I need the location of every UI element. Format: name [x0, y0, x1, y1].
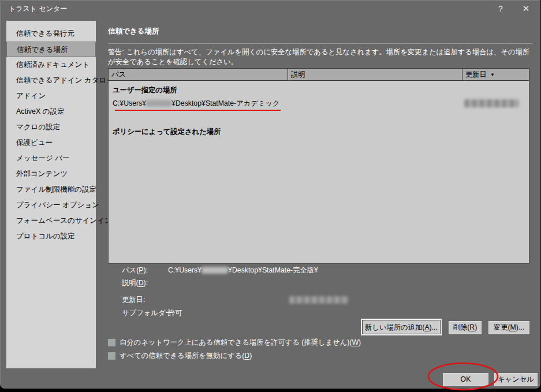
table-header-row: パス 説明 更新日▼ — [108, 68, 529, 81]
column-header-date-modified[interactable]: 更新日▼ — [462, 69, 528, 80]
detail-subfolder-value: 許可 — [168, 308, 182, 318]
remove-button[interactable]: 削除(R) — [449, 321, 482, 334]
detail-description-label: 説明(D): — [122, 279, 148, 287]
sidebar-item-protocol-settings[interactable]: プロトコルの設定 — [6, 229, 96, 244]
path-suffix: ¥Desktop¥StatMate-アカデミック — [171, 99, 280, 107]
title-bar: トラスト センター ? ✕ — [1, 1, 540, 17]
allow-network-locations-checkbox-row: 自分のネットワーク上にある信頼できる場所を許可する (推奨しません)(W) — [108, 338, 361, 348]
checkbox-icon[interactable] — [108, 339, 115, 346]
heading-separator — [108, 43, 532, 44]
sort-desc-icon: ▼ — [490, 72, 495, 77]
sidebar-item-protected-view[interactable]: 保護ビュー — [6, 135, 96, 151]
sidebar-item-message-bar[interactable]: メッセージ バー — [6, 151, 96, 166]
sidebar-item-privacy-options[interactable]: プライバシー オプション — [6, 197, 96, 213]
sidebar-item-trusted-publishers[interactable]: 信頼できる発行元 — [6, 26, 96, 42]
modify-button[interactable]: 変更(M)... — [488, 321, 529, 334]
detail-path-row: パス(P): C:¥Users¥¥Desktop¥StatMate-完全版¥ — [122, 266, 445, 275]
redacted-username-blur — [202, 267, 228, 274]
sidebar-item-form-based-signin[interactable]: フォームベースのサインイン — [6, 213, 96, 229]
sidebar-item-trusted-documents[interactable]: 信頼済みドキュメント — [6, 57, 96, 73]
sidebar-item-addins[interactable]: アドイン — [6, 88, 96, 104]
table-row-statmate-academic[interactable]: C:¥Users¥¥Desktop¥StatMate-アカデミック — [113, 99, 280, 109]
detail-modified-row: 更新日: — [122, 295, 445, 305]
column-header-path[interactable]: パス — [109, 69, 288, 80]
disable-all-locations-label: すべての信頼できる場所を無効にする(D) — [120, 351, 252, 361]
checkbox-icon[interactable] — [108, 352, 115, 360]
detail-subfolder-row: サブフォルダー: 許可 — [122, 308, 445, 318]
redacted-date-blur — [289, 296, 349, 304]
redacted-username-blur — [146, 100, 171, 107]
group-header-policy-locations: ポリシーによって設定された場所 — [113, 127, 221, 137]
cancel-button[interactable]: キャンセル — [494, 373, 538, 386]
ok-button[interactable]: OK — [443, 373, 488, 386]
redacted-date-blur — [464, 99, 518, 107]
sidebar-item-activex-settings[interactable]: ActiveX の設定 — [6, 104, 96, 120]
detail-description-row: 説明(D): — [122, 278, 445, 288]
trusted-locations-table: パス 説明 更新日▼ ユーザー指定の場所 C:¥Users¥¥Desktop¥S… — [108, 68, 529, 264]
disable-all-locations-checkbox-row: すべての信頼できる場所を無効にする(D) — [108, 351, 252, 361]
column-header-description[interactable]: 説明 — [288, 69, 462, 80]
group-header-user-locations: ユーザー指定の場所 — [113, 85, 177, 95]
annotation-red-underline — [115, 110, 281, 111]
detail-path-value: C:¥Users¥¥Desktop¥StatMate-完全版¥ — [168, 266, 318, 275]
sidebar-item-macro-settings[interactable]: マクロの設定 — [6, 120, 96, 135]
close-icon[interactable]: ✕ — [517, 1, 535, 17]
sidebar-item-trusted-locations[interactable]: 信頼できる場所 — [6, 42, 96, 57]
add-new-location-button[interactable]: 新しい場所の追加(A)... — [361, 319, 442, 335]
detail-path-label: パス(P): — [122, 266, 148, 274]
trust-center-dialog: トラスト センター ? ✕ 信頼できる発行元 信頼できる場所 信頼済みドキュメン… — [0, 0, 540, 389]
table-body: ユーザー指定の場所 C:¥Users¥¥Desktop¥StatMate-アカデ… — [108, 81, 529, 264]
allow-network-locations-label: 自分のネットワーク上にある信頼できる場所を許可する (推奨しません)(W) — [120, 338, 361, 348]
sidebar-item-file-block-settings[interactable]: ファイル制限機能の設定 — [6, 182, 96, 197]
detail-subfolder-label: サブフォルダー: — [122, 309, 174, 317]
detail-modified-label: 更新日: — [122, 296, 145, 304]
sidebar-item-external-content[interactable]: 外部コンテンツ — [6, 166, 96, 182]
sidebar-item-trusted-addin-catalogs[interactable]: 信頼できるアドイン カタログ — [6, 73, 96, 88]
path-prefix: C:¥Users¥ — [113, 99, 146, 107]
help-icon[interactable]: ? — [491, 1, 510, 17]
page-title: 信頼できる場所 — [108, 27, 159, 36]
sidebar: 信頼できる発行元 信頼できる場所 信頼済みドキュメント 信頼できるアドイン カタ… — [6, 21, 96, 368]
date-column-label: 更新日 — [465, 70, 487, 79]
window-title: トラスト センター — [9, 4, 67, 14]
warning-text: 警告: これらの場所はすべて、ファイルを開くのに安全な場所であると見なされます。… — [108, 47, 536, 66]
